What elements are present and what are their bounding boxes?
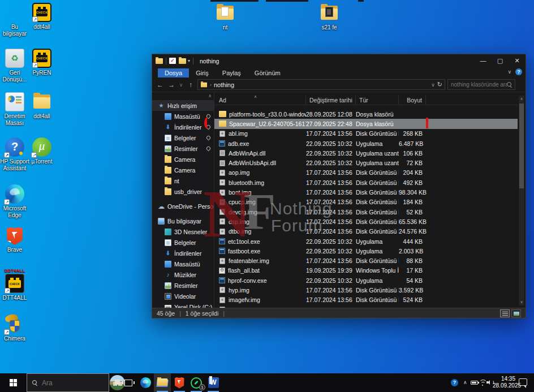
sidebar-item-onedrive-person[interactable]: ☁OneDrive - Person [152, 201, 214, 212]
action-center-icon[interactable] [519, 378, 527, 386]
tab-dosya[interactable]: Dosya [158, 68, 189, 77]
desktop-icon-pyren[interactable]: CHECK↗PyREN [27, 49, 57, 76]
column-header-type[interactable]: Tür [356, 96, 399, 105]
tab-gorunum[interactable]: Görünüm [248, 68, 287, 77]
thumbnail-view-button[interactable] [511, 309, 521, 317]
desktop-icon-ddt4all[interactable]: CHECK↗ddt4all [27, 3, 57, 31]
breadcrumb[interactable]: nothing [214, 81, 234, 88]
sidebar-item-3d-nesneler[interactable]: 3D Nesneler [152, 226, 214, 237]
sidebar-item-nt[interactable]: nt [152, 175, 214, 186]
quick-access-check-icon[interactable]: ✓ [169, 58, 176, 64]
sidebar-item-camera[interactable]: Camera [152, 154, 214, 165]
sidebar-item-müzikler[interactable]: ♪Müzikler [152, 269, 214, 280]
file-row[interactable]: imagefv.img17.07.2024 13:56Disk Görüntüs… [214, 295, 518, 305]
file-row[interactable]: aop.img17.07.2024 13:56Disk Görüntüsü Do… [214, 168, 518, 178]
close-button[interactable]: ✕ [509, 54, 526, 67]
tab-paylas[interactable]: Paylaş [216, 68, 248, 77]
sidebar-item-resimler[interactable]: Resimler [152, 280, 214, 291]
taskbar-edge-button[interactable] [137, 373, 154, 392]
desktop-icon-s21-fe[interactable]: s21 fe [315, 3, 344, 31]
back-button[interactable]: ← [156, 81, 165, 89]
sidebar-item-videolar[interactable]: Videolar [152, 291, 214, 301]
desktop-icon-denetim-masas-[interactable]: Denetim Masası [0, 92, 29, 126]
search-input[interactable] [451, 81, 507, 88]
tray-hp-icon[interactable]: ? [451, 379, 458, 386]
column-header-name[interactable]: ∧ Ad [214, 96, 306, 105]
vertical-scrollbar[interactable]: ∧ ∨ [519, 96, 524, 305]
file-row[interactable]: featenabler.img17.07.2024 13:56Disk Görü… [214, 256, 518, 265]
minimize-button[interactable]: — [475, 54, 492, 67]
help-icon[interactable]: ? [515, 68, 522, 75]
desktop-icon-microsoft-edge[interactable]: ↗Microsoft Edge [0, 184, 29, 218]
quick-access-folder-icon[interactable] [179, 58, 186, 64]
taskbar-explorer-button[interactable] [154, 373, 171, 392]
sidebar-scroll-up-icon[interactable]: ∧ [208, 93, 212, 98]
battery-icon[interactable] [471, 381, 478, 385]
file-row[interactable]: bluetooth.img17.07.2024 13:56Disk Görünt… [214, 178, 518, 187]
details-view-button[interactable] [500, 309, 510, 317]
file-row[interactable]: devcfg.img17.07.2024 13:56Disk Görüntüsü… [214, 207, 518, 217]
tray-expand-chevron-icon[interactable]: ∧ [463, 380, 467, 385]
tab-giris[interactable]: Giriş [189, 68, 216, 77]
file-row[interactable]: platform-tools_r33.0.0-windows28.09.2025… [214, 109, 518, 119]
desktop-icon-geri-d-n-[interactable]: ♻Geri Dönüşü... [0, 49, 29, 83]
taskbar-search[interactable] [27, 373, 109, 392]
file-row[interactable]: hprof-conv.exe22.09.2025 10:32Uygulama54… [214, 275, 518, 285]
sidebar-item-usb-driver[interactable]: usb_driver [152, 186, 214, 197]
file-row[interactable]: AdbWinApi.dll22.09.2025 10:32Uygulama uz… [214, 148, 518, 158]
desktop-icon--torrent[interactable]: µ↗µTorrent [27, 137, 57, 165]
file-row[interactable]: abl.img17.07.2024 13:56Disk Görüntüsü Do… [214, 129, 518, 139]
column-header-date[interactable]: Değiştirme tarihi [306, 96, 356, 105]
taskbar-word-button[interactable]: W [205, 373, 222, 392]
file-row[interactable]: boot.img17.07.2024 13:56Disk Görüntüsü D… [214, 187, 518, 197]
scrollbar-thumb[interactable] [519, 104, 524, 188]
desktop-icon-dtt4all[interactable]: DDT4ALLCHECK↗DTT4ALL [0, 268, 29, 301]
ribbon-collapse-chevron-icon[interactable]: ∨ [507, 69, 511, 75]
desktop-icon-nt[interactable]: nt [210, 3, 240, 31]
forward-button[interactable]: → [167, 81, 176, 89]
sidebar-item-bu-bilgisayar[interactable]: Bu bilgisayar [152, 216, 214, 226]
file-row[interactable]: cpucp.img17.07.2024 13:56Disk Görüntüsü … [214, 197, 518, 207]
refresh-icon[interactable]: ↻ [437, 81, 442, 88]
column-header-size[interactable]: Boyut [399, 96, 426, 105]
taskbar-brave-button[interactable] [171, 373, 188, 392]
sidebar-item-masaüstü[interactable]: Masaüstü [152, 259, 214, 269]
desktop-icon-bu-bilgisayar[interactable]: Bu bilgisayar [0, 3, 29, 37]
taskbar-clock[interactable]: 14:35 28.09.2025 [493, 376, 515, 389]
file-row[interactable]: flash_all.bat19.09.2025 19:39Windows Top… [214, 266, 518, 275]
sidebar-item-belgeler[interactable]: Belgeler [152, 132, 214, 143]
file-row[interactable]: adb.exe22.09.2025 10:32Uygulama6.487 KB [214, 139, 518, 148]
address-bar[interactable]: › nothing ∨ ↻ [197, 79, 445, 90]
scroll-down-icon[interactable]: ∨ [519, 299, 524, 305]
start-button[interactable] [0, 373, 27, 392]
desktop-icon-ddt4all[interactable]: ddt4all [27, 92, 57, 120]
taskbar-search-input[interactable] [42, 379, 104, 387]
file-row[interactable]: etc1tool.exe22.09.2025 10:32Uygulama444 … [214, 236, 518, 246]
desktop-icon-brave[interactable]: ↗Brave [0, 227, 29, 253]
search-box[interactable] [447, 79, 515, 90]
scroll-up-icon[interactable]: ∧ [519, 96, 524, 102]
taskbar-taskview-button[interactable] [120, 373, 137, 392]
sidebar-item-resimler[interactable]: Resimler [152, 143, 214, 154]
title-bar[interactable]: ✓ ▾ nothing — ▢ ✕ [152, 54, 526, 67]
maximize-button[interactable]: ▢ [492, 54, 509, 67]
sidebar-item-i-ndirilenler[interactable]: ⬇İndirilenler [152, 248, 214, 259]
sidebar-item-camera[interactable]: Camera [152, 165, 214, 175]
file-row[interactable]: Spacewar_U2.6-240705-1617-image-logi...2… [214, 119, 518, 128]
desktop-icon-chimera[interactable]: ↗Chimera [0, 315, 29, 342]
file-row[interactable]: hyp.img17.07.2024 13:56Disk Görüntüsü Do… [214, 285, 518, 295]
sidebar-item-yerel-disk-c-[interactable]: Yerel Disk (C:) [152, 301, 214, 308]
taskbar-whatsapp-button[interactable]: 1 [188, 373, 205, 392]
recent-locations-chevron-icon[interactable]: ∨ [178, 82, 184, 88]
up-button[interactable]: ↑ [186, 81, 195, 89]
desktop-icon-hp-support-assistant[interactable]: ?↗HP Support Assistant [0, 137, 29, 171]
file-row[interactable]: dtbo.img17.07.2024 13:56Disk Görüntüsü D… [214, 227, 518, 236]
quick-access-customize-chevron-icon[interactable]: ▾ [188, 58, 190, 63]
sidebar-item-belgeler[interactable]: Belgeler [152, 237, 214, 248]
address-dropdown-chevron-icon[interactable]: ∨ [431, 82, 435, 88]
file-row[interactable]: AdbWinUsbApi.dll22.09.2025 10:32Uygulama… [214, 158, 518, 167]
wifi-icon[interactable] [479, 380, 486, 386]
volume-icon[interactable] [486, 380, 490, 385]
sidebar-item-hızlı-erişim[interactable]: ★Hızlı erişim [152, 100, 214, 111]
file-row[interactable]: fastboot.exe22.09.2025 10:32Uygulama2.00… [214, 246, 518, 256]
